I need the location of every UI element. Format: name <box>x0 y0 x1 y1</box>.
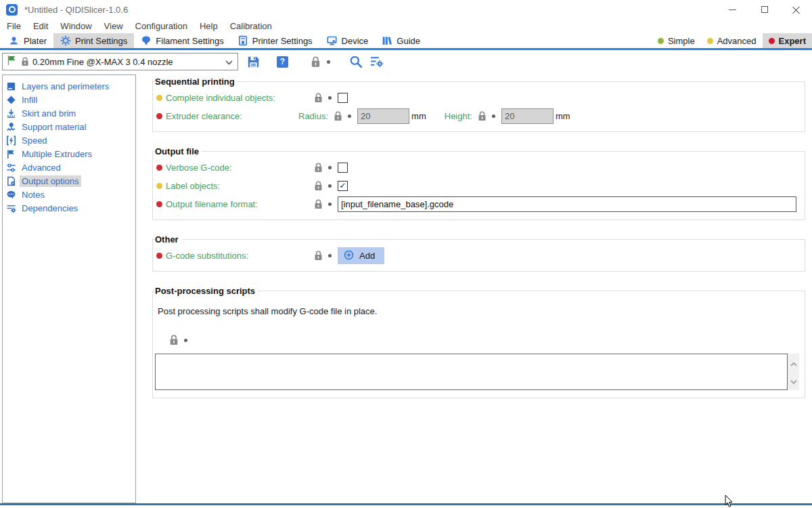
menu-file[interactable]: File <box>1 21 27 31</box>
preset-dropdown[interactable]: 0.20mm Fine @X-MAX 3 0.4 nozzle <box>2 53 238 70</box>
sidebar-item-support-material[interactable]: Support material <box>3 120 135 133</box>
sidebar-item-label: Dependencies <box>20 203 80 214</box>
tab-filament-settings[interactable]: Filament Settings <box>134 33 230 48</box>
tab-guide[interactable]: Guide <box>375 33 427 48</box>
post-scripts-textarea[interactable] <box>156 354 787 389</box>
scroll-up-icon[interactable] <box>790 357 797 369</box>
close-button[interactable] <box>780 0 812 19</box>
option-label: G-code substitutions: <box>166 251 314 261</box>
filament-icon <box>141 35 152 46</box>
textarea-scrollbar[interactable] <box>788 354 799 390</box>
lock-icon[interactable] <box>334 111 342 121</box>
lock-icon[interactable] <box>314 251 323 261</box>
sidebar-item-label: Support material <box>20 121 88 133</box>
maximize-icon <box>761 6 768 13</box>
option-row-label-objects: Label objects: <box>155 177 799 195</box>
minimize-icon <box>729 9 736 10</box>
sidebar-item-notes[interactable]: Notes <box>3 188 135 201</box>
infill-icon <box>6 95 16 105</box>
tab-plater[interactable]: Plater <box>1 33 53 48</box>
lock-icon[interactable] <box>314 163 323 173</box>
sidebar-item-label: Advanced <box>20 162 63 173</box>
menu-help[interactable]: Help <box>194 21 224 31</box>
height-input[interactable] <box>501 108 554 124</box>
revert-dot-icon <box>328 203 332 206</box>
tab-device[interactable]: Device <box>319 33 376 48</box>
minimize-button[interactable] <box>717 0 748 19</box>
option-label: Output filename format: <box>166 199 314 209</box>
menu-view[interactable]: View <box>98 21 129 31</box>
lock-icon[interactable] <box>314 199 323 209</box>
add-substitution-button[interactable]: Add <box>338 247 384 264</box>
tab-print-settings[interactable]: Print Settings <box>53 33 134 48</box>
flag-icon <box>6 149 16 159</box>
revert-dot-icon <box>328 166 332 169</box>
support-icon <box>6 122 16 132</box>
sidebar-item-dependencies[interactable]: Dependencies <box>3 201 135 215</box>
skirt-icon <box>6 108 16 119</box>
menu-configuration[interactable]: Configuration <box>129 21 194 31</box>
compare-presets-button[interactable] <box>370 56 384 68</box>
lock-icon[interactable] <box>314 93 323 103</box>
save-preset-button[interactable] <box>247 56 260 68</box>
option-label: Label objects: <box>166 181 314 191</box>
preset-flag-icon <box>7 55 18 68</box>
plus-circle-icon <box>344 250 354 262</box>
window-bottom-border <box>0 503 812 505</box>
option-label: Verbose G-code: <box>166 163 314 173</box>
tab-printer-settings[interactable]: Printer Settings <box>231 33 319 48</box>
mode-label: Expert <box>779 36 806 46</box>
menu-edit[interactable]: Edit <box>27 21 54 31</box>
complete-individual-objects-checkbox[interactable] <box>338 93 348 103</box>
scroll-down-icon[interactable] <box>790 375 797 387</box>
sidebar-item-advanced[interactable]: Advanced <box>3 161 135 174</box>
mode-expert[interactable]: Expert <box>763 33 812 48</box>
sidebar-item-skirt-and-brim[interactable]: Skirt and brim <box>3 106 135 120</box>
preset-help-button[interactable] <box>277 56 288 68</box>
sidebar-item-layers-and-perimeters[interactable]: Layers and perimeters <box>3 79 135 93</box>
lock-icon[interactable] <box>311 56 321 68</box>
sidebar-item-label: Skirt and brim <box>20 108 78 119</box>
sidebar-item-label: Layers and perimeters <box>20 81 111 92</box>
search-button[interactable] <box>349 55 363 68</box>
expert-bullet-icon <box>156 165 162 171</box>
sidebar-item-label: Infill <box>20 94 39 106</box>
radius-input[interactable] <box>357 108 409 124</box>
sidebar-item-speed[interactable]: Speed <box>3 133 135 147</box>
tab-label: Plater <box>24 36 47 46</box>
option-label: Complete individual objects: <box>166 93 314 103</box>
maximize-button[interactable] <box>748 0 780 19</box>
post-lock-row <box>169 335 799 345</box>
gear-icon <box>60 35 71 46</box>
output-filename-format-input[interactable] <box>338 196 796 212</box>
menu-bar: File Edit Window View Configuration Help… <box>0 19 812 33</box>
mode-switcher: Simple Advanced Expert <box>652 33 812 48</box>
preset-toolbar: 0.20mm Fine @X-MAX 3 0.4 nozzle <box>0 50 812 73</box>
sidebar-item-infill[interactable]: Infill <box>3 93 135 106</box>
app-logo-icon <box>6 4 18 16</box>
device-monitor-icon <box>326 35 338 46</box>
lock-icon[interactable] <box>478 111 487 121</box>
mode-label: Advanced <box>717 36 757 46</box>
window-controls <box>717 0 812 19</box>
label-objects-checkbox[interactable] <box>338 181 348 191</box>
sidebar-item-multiple-extruders[interactable]: Multiple Extruders <box>3 147 135 161</box>
lock-icon[interactable] <box>169 335 179 345</box>
verbose-gcode-checkbox[interactable] <box>338 163 348 173</box>
system-preset-lock-icon <box>21 57 29 66</box>
section-title: Sequential printing <box>155 77 238 87</box>
lock-group <box>311 56 330 68</box>
menu-calibration[interactable]: Calibration <box>224 21 278 31</box>
sidebar-item-output-options[interactable]: Output options <box>3 174 135 188</box>
mode-simple[interactable]: Simple <box>652 33 701 48</box>
tab-label: Printer Settings <box>252 36 313 46</box>
option-row-verbose-gcode: Verbose G-code: <box>155 158 799 177</box>
revert-dot-icon <box>327 60 330 64</box>
radius-unit: mm <box>411 111 426 121</box>
lock-icon[interactable] <box>314 181 323 191</box>
mode-advanced[interactable]: Advanced <box>701 33 763 48</box>
revert-dot-icon <box>328 184 332 188</box>
menu-window[interactable]: Window <box>54 21 97 31</box>
mouse-cursor <box>725 495 733 508</box>
tab-label: Guide <box>397 36 420 46</box>
